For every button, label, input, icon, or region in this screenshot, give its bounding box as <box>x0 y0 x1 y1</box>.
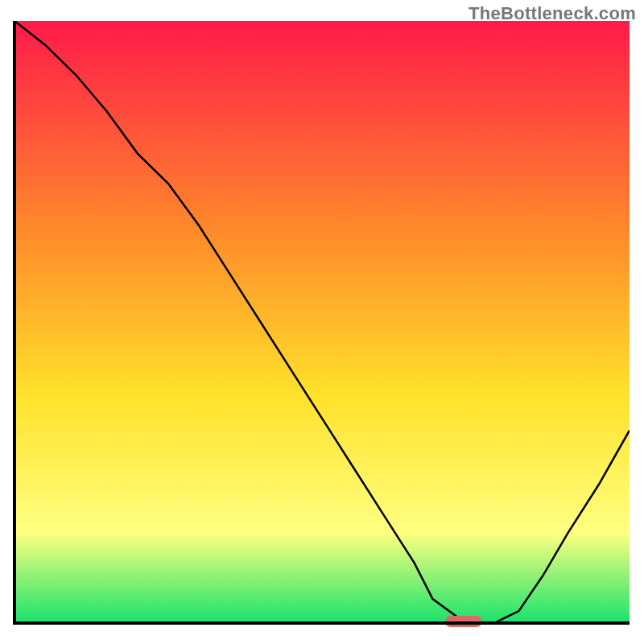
chart-svg <box>0 0 644 644</box>
bottleneck-chart: TheBottleneck.com <box>0 0 644 644</box>
watermark-label: TheBottleneck.com <box>469 3 636 24</box>
